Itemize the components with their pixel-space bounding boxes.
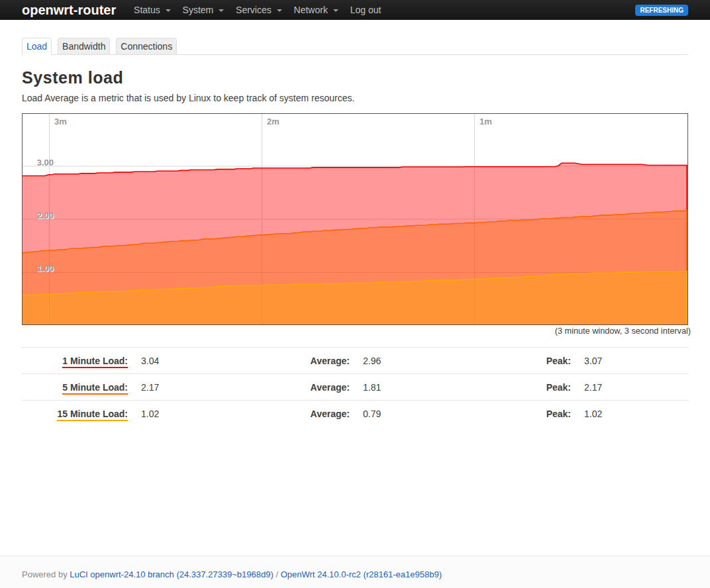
- svg-text:3m: 3m: [54, 117, 67, 126]
- svg-text:3.00: 3.00: [37, 158, 54, 168]
- svg-text:1.00: 1.00: [37, 264, 54, 273]
- svg-text:1m: 1m: [480, 117, 492, 126]
- svg-text:2.00: 2.00: [37, 211, 54, 220]
- svg-text:2m: 2m: [267, 117, 279, 126]
